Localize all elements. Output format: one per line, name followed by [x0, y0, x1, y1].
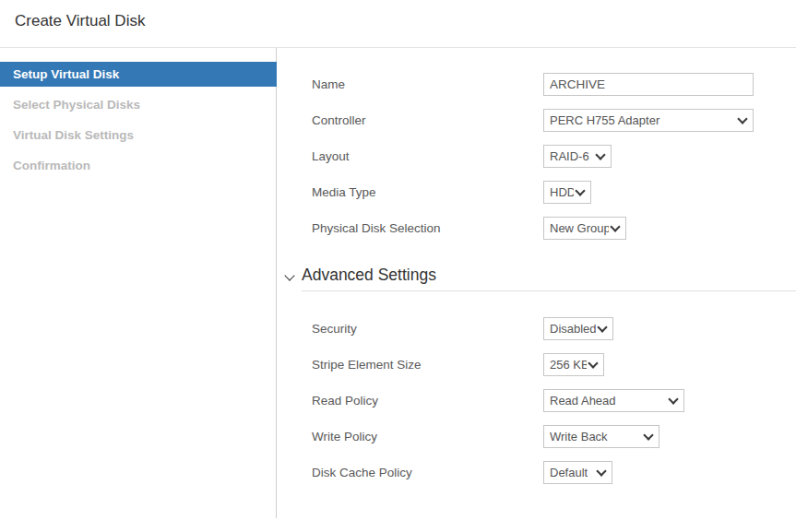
disk-cache-policy-label: Disk Cache Policy: [312, 466, 543, 479]
sidebar-item-label: Confirmation: [13, 159, 90, 172]
write-policy-select[interactable]: Write Back: [543, 425, 659, 448]
advanced-settings-section: Security Disabled Stripe Element Size 25…: [277, 317, 796, 484]
controller-label: Controller: [312, 113, 543, 127]
sidebar-item-select-physical-disks[interactable]: Select Physical Disks: [0, 92, 277, 117]
chevron-down-icon: PERC H755 Adapter: [543, 109, 754, 132]
media-type-select[interactable]: HDD: [543, 181, 591, 204]
sidebar-item-confirmation[interactable]: Confirmation: [0, 153, 277, 178]
security-row: Security Disabled: [277, 317, 796, 340]
create-virtual-disk-page: Create Virtual Disk Setup Virtual Disk S…: [0, 0, 796, 532]
read-policy-select[interactable]: Read Ahead: [543, 389, 684, 412]
disk-cache-policy-row: Disk Cache Policy Default: [277, 461, 796, 484]
chevron-down-icon: 256 KB: [543, 353, 604, 376]
media-type-label: Media Type: [312, 185, 543, 199]
page-title: Create Virtual Disk: [15, 12, 145, 30]
chevron-down-icon: RAID-6: [543, 145, 612, 168]
security-label: Security: [312, 322, 543, 336]
disk-cache-policy-select[interactable]: Default: [543, 461, 612, 484]
read-policy-row: Read Policy Read Ahead: [277, 389, 796, 412]
chevron-down-icon: Write Back: [543, 425, 659, 448]
physical-disk-selection-select[interactable]: New Group: [543, 217, 626, 240]
chevron-down-icon: Read Ahead: [543, 389, 684, 412]
chevron-down-icon[interactable]: [284, 270, 294, 280]
page-header: Create Virtual Disk: [0, 0, 796, 48]
write-policy-label: Write Policy: [312, 430, 543, 443]
write-policy-row: Write Policy Write Back: [277, 425, 796, 448]
layout-row: Layout RAID-6: [277, 145, 796, 168]
name-input[interactable]: [543, 73, 754, 96]
name-label: Name: [312, 77, 543, 91]
advanced-settings-header[interactable]: Advanced Settings: [302, 266, 796, 291]
read-policy-label: Read Policy: [312, 394, 543, 408]
chevron-down-icon: Default: [543, 461, 612, 484]
media-type-row: Media Type HDD: [277, 181, 796, 204]
stripe-element-size-label: Stripe Element Size: [312, 358, 543, 372]
layout-label: Layout: [312, 149, 543, 163]
chevron-down-icon: New Group: [543, 217, 626, 240]
sidebar-item-setup-virtual-disk[interactable]: Setup Virtual Disk: [0, 62, 277, 87]
sidebar-item-label: Virtual Disk Settings: [13, 128, 134, 142]
controller-select[interactable]: PERC H755 Adapter: [543, 109, 754, 132]
chevron-down-icon: Disabled: [543, 317, 613, 340]
physical-disk-selection-row: Physical Disk Selection New Group: [277, 217, 796, 240]
wizard-steps-sidebar: Setup Virtual Disk Select Physical Disks…: [0, 48, 277, 518]
physical-disk-selection-label: Physical Disk Selection: [312, 221, 543, 235]
stripe-element-size-row: Stripe Element Size 256 KB: [277, 353, 796, 376]
advanced-settings-title: Advanced Settings: [302, 266, 436, 284]
setup-virtual-disk-panel: Name Controller PERC H755 Adapter Layout…: [277, 48, 796, 532]
sidebar-item-label: Setup Virtual Disk: [13, 67, 119, 81]
chevron-down-icon: HDD: [543, 181, 591, 204]
name-row: Name: [277, 73, 796, 96]
layout-select[interactable]: RAID-6: [543, 145, 612, 168]
controller-row: Controller PERC H755 Adapter: [277, 109, 796, 132]
stripe-element-size-select[interactable]: 256 KB: [543, 353, 604, 376]
security-select[interactable]: Disabled: [543, 317, 613, 340]
sidebar-item-label: Select Physical Disks: [13, 98, 140, 112]
sidebar-item-virtual-disk-settings[interactable]: Virtual Disk Settings: [0, 123, 277, 148]
